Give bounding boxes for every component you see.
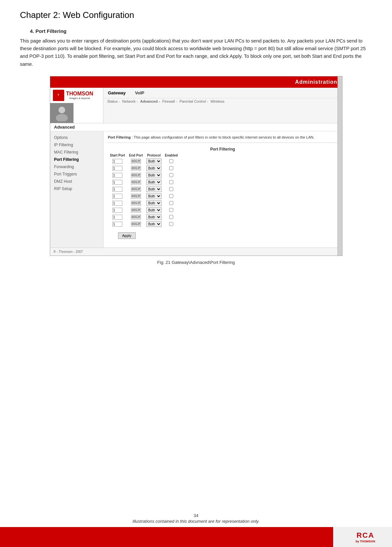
sidebar-item-ip-filtering[interactable]: IP Filtering (50, 141, 103, 149)
nav-tab-voip[interactable]: VoIP (134, 90, 146, 96)
protocol-select[interactable]: BothTCPUDP (146, 193, 162, 199)
page-number: 34 (0, 513, 392, 518)
enabled-checkbox[interactable] (169, 201, 173, 205)
table-row: BothTCPUDP (108, 179, 180, 186)
table-row: BothTCPUDP (108, 193, 180, 200)
enabled-checkbox[interactable] (169, 159, 173, 163)
admin-header: Administration (50, 76, 342, 88)
start-port-input[interactable] (112, 159, 122, 164)
enabled-checkbox[interactable] (169, 194, 173, 198)
col-start-port: Start Port (108, 153, 127, 158)
end-port-input[interactable] (131, 215, 141, 220)
sidebar-item-options[interactable]: Options (50, 134, 103, 141)
nav-top: Gateway VoIP (103, 88, 342, 98)
breadcrumb-firewall[interactable]: Firewall - (162, 99, 177, 103)
end-port-input[interactable] (131, 208, 141, 213)
enabled-checkbox[interactable] (169, 215, 173, 219)
admin-footer: ® - Thomson - 2007 (50, 248, 342, 256)
table-row: BothTCPUDP (108, 214, 180, 221)
enabled-checkbox[interactable] (169, 222, 173, 226)
col-enabled: Enabled (163, 153, 180, 158)
end-port-input[interactable] (131, 173, 141, 178)
end-port-input[interactable] (131, 180, 141, 185)
end-port-input[interactable] (131, 201, 141, 206)
protocol-select[interactable]: BothTCPUDP (146, 159, 162, 164)
apply-button[interactable]: Apply (118, 232, 136, 239)
content-desc-text: : This page allows configuration of port… (132, 135, 314, 139)
person-image (50, 103, 73, 123)
col-protocol: Protocol (145, 153, 163, 158)
sidebar-item-dmz-host[interactable]: DMZ Host (50, 178, 103, 185)
sidebar-item-mac-filtering[interactable]: MAC Filtering (50, 149, 103, 156)
screenshot-container: Administration T THOMSON images & beyond (50, 76, 342, 256)
end-port-input[interactable] (131, 159, 141, 164)
section-title: 4. Port Filtering (30, 28, 372, 34)
page-content: Chapter 2: Web Configuration 4. Port Fil… (0, 0, 392, 308)
start-port-input[interactable] (112, 173, 122, 178)
breadcrumb-advanced[interactable]: Advanced - (140, 99, 160, 103)
table-row: BothTCPUDP (108, 158, 180, 165)
content-description: Port Filtering : This page allows config… (108, 135, 337, 143)
table-row: BothTCPUDP (108, 165, 180, 172)
breadcrumb-parental[interactable]: Parental Control - (180, 99, 208, 103)
sidebar-item-port-triggers[interactable]: Port Triggers (50, 170, 103, 178)
nav-breadcrumb: Status - Network - Advanced - Firewall -… (103, 98, 342, 104)
bottom-page-info: 34 Illustrations contained in this docum… (0, 513, 392, 524)
enabled-checkbox[interactable] (169, 187, 173, 191)
protocol-select[interactable]: BothTCPUDP (146, 200, 162, 206)
nav-tab-gateway[interactable]: Gateway (107, 90, 127, 96)
enabled-checkbox[interactable] (169, 180, 173, 184)
protocol-select[interactable]: BothTCPUDP (146, 165, 162, 171)
chapter-title: Chapter 2: Web Configuration (20, 10, 372, 20)
disclaimer: Illustrations contained in this document… (132, 519, 259, 524)
port-filter-table: Start Port End Port Protocol Enabled Bot… (108, 153, 180, 228)
start-port-input[interactable] (112, 201, 122, 206)
enabled-checkbox[interactable] (169, 173, 173, 177)
start-port-input[interactable] (112, 194, 122, 199)
protocol-select[interactable]: BothTCPUDP (146, 179, 162, 185)
breadcrumb-wireless[interactable]: Wireless (210, 99, 224, 103)
sidebar-item-forwarding[interactable]: Forwarding (50, 163, 103, 170)
table-row: BothTCPUDP (108, 207, 180, 214)
nav-area: Gateway VoIP Status - Network - Advanced… (103, 88, 342, 123)
svg-point-0 (59, 107, 65, 113)
rca-logo: RCA by THOMSON (339, 527, 392, 547)
end-port-input[interactable] (131, 194, 141, 199)
breadcrumb-network[interactable]: Network - (122, 99, 138, 103)
protocol-select[interactable]: BothTCPUDP (146, 207, 162, 213)
start-port-input[interactable] (112, 180, 122, 185)
scrollbar[interactable] (337, 76, 342, 256)
thomson-logo-text: THOMSON (66, 91, 93, 97)
protocol-select[interactable]: BothTCPUDP (146, 172, 162, 178)
end-port-input[interactable] (131, 166, 141, 171)
admin-top-bar: T THOMSON images & beyond (50, 88, 342, 123)
table-row: BothTCPUDP (108, 186, 180, 193)
thomson-logo-sub: images & beyond (66, 97, 93, 100)
bottom-bar: RCA by THOMSON (0, 527, 392, 547)
table-title: Port Filtering (108, 147, 337, 152)
table-row: BothTCPUDP (108, 172, 180, 179)
thomson-logo: THOMSON images & beyond (66, 91, 93, 100)
rca-text: RCA (356, 531, 374, 540)
protocol-select[interactable]: BothTCPUDP (146, 214, 162, 220)
enabled-checkbox[interactable] (169, 208, 173, 212)
table-row: BothTCPUDP (108, 200, 180, 207)
start-port-input[interactable] (112, 166, 122, 171)
admin-content: Port Filtering : This page allows config… (103, 131, 342, 248)
start-port-input[interactable] (112, 208, 122, 213)
end-port-input[interactable] (131, 222, 141, 227)
body-text: This page allows you to enter ranges of … (20, 37, 372, 68)
admin-main: Options IP Filtering MAC Filtering Port … (50, 131, 342, 248)
start-port-input[interactable] (112, 187, 122, 192)
sidebar-item-port-filtering[interactable]: Port Filtering (50, 156, 103, 163)
end-port-input[interactable] (131, 187, 141, 192)
protocol-select[interactable]: BothTCPUDP (146, 221, 162, 227)
start-port-input[interactable] (112, 222, 122, 227)
protocol-select[interactable]: BothTCPUDP (146, 186, 162, 192)
rca-sub: by THOMSON (355, 540, 375, 543)
sidebar-item-rip-setup[interactable]: RIP Setup (50, 185, 103, 192)
enabled-checkbox[interactable] (169, 166, 173, 170)
fig-caption: Fig. 21 Gateway\Advnaced\Port Filtering (20, 260, 372, 265)
start-port-input[interactable] (112, 215, 122, 220)
breadcrumb-status[interactable]: Status - (107, 99, 120, 103)
